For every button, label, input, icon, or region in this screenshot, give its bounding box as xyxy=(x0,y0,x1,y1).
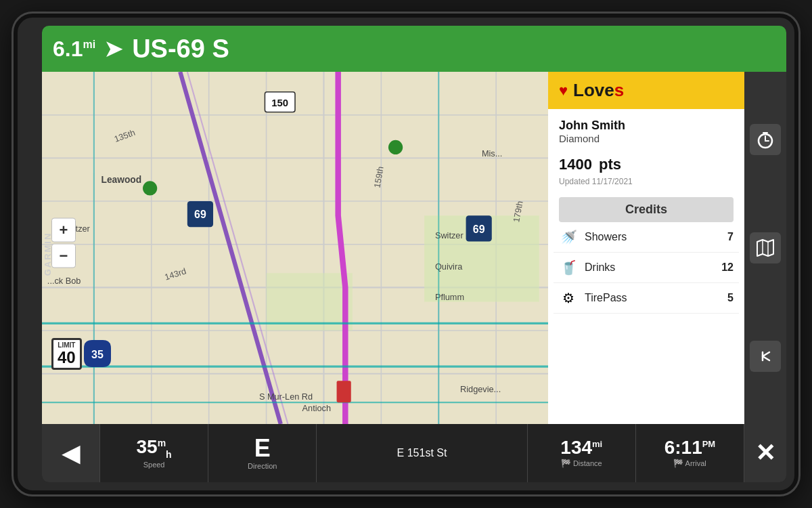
nav-direction-arrow: ➤ xyxy=(104,35,124,63)
svg-text:35: 35 xyxy=(91,349,104,360)
speed-limit-label: LIMIT xyxy=(58,341,76,349)
loves-brand-name: Loves xyxy=(573,80,624,101)
svg-text:69: 69 xyxy=(473,224,485,235)
credit-showers-count: 7 xyxy=(727,231,734,243)
svg-marker-53 xyxy=(757,240,773,256)
svg-text:Pflumm: Pflumm xyxy=(435,292,464,302)
nav-distance: 6.1mi xyxy=(53,37,95,62)
credit-item-showers: 🚿 Showers 7 xyxy=(554,222,739,253)
credit-item-tirepass: ⚙ TirePass 5 xyxy=(554,283,739,314)
nav-header: 6.1mi ➤ US-69 S xyxy=(42,26,786,72)
user-points: 1400 pts xyxy=(559,147,734,175)
back-side-button[interactable] xyxy=(750,341,781,372)
drinks-icon: 🥤 xyxy=(559,259,578,276)
svg-text:Switzer: Switzer xyxy=(435,230,464,240)
svg-text:Leawood: Leawood xyxy=(101,175,141,185)
loves-panel: ♥ Loves John Smith Diamond 1400 pts Upda… xyxy=(548,72,744,424)
screen: 6.1mi ➤ US-69 S xyxy=(42,26,786,482)
credit-tirepass-label: TirePass xyxy=(585,292,721,304)
speed-display: 35mh Speed xyxy=(100,424,208,482)
zoom-in-button[interactable]: + xyxy=(51,218,76,242)
user-tier: Diamond xyxy=(559,133,734,144)
svg-point-27 xyxy=(388,140,403,154)
direction-value: E xyxy=(254,436,271,461)
credit-showers-label: Showers xyxy=(585,231,721,243)
credits-list: 🚿 Showers 7 🥤 Drinks 12 ⚙ TirePass 5 xyxy=(548,222,744,424)
map-svg: 69 69 150 135th 143rd 159th 179th Leawoo… xyxy=(42,72,548,424)
svg-text:...ck Bob: ...ck Bob xyxy=(47,276,81,286)
credit-drinks-label: Drinks xyxy=(585,261,715,274)
svg-rect-17 xyxy=(267,273,353,331)
main-area: 69 69 150 135th 143rd 159th 179th Leawoo… xyxy=(42,72,786,424)
user-info: John Smith Diamond 1400 pts Updated 11/1… xyxy=(548,109,744,190)
close-button[interactable]: ✕ xyxy=(744,424,786,482)
svg-text:150: 150 xyxy=(271,98,288,108)
svg-text:S Mur-Len Rd: S Mur-Len Rd xyxy=(259,391,313,402)
speed-value: 35mh xyxy=(137,438,172,459)
close-icon: ✕ xyxy=(755,439,775,467)
speed-limit-sign: LIMIT 40 xyxy=(51,338,82,370)
svg-point-26 xyxy=(143,181,157,195)
interstate-badge: 35 xyxy=(83,339,112,371)
svg-rect-47 xyxy=(337,381,351,402)
updated-date: Updated 11/17/2021 xyxy=(559,177,734,186)
street-name: E 151st St xyxy=(397,447,447,459)
street-display: E 151st St xyxy=(317,424,527,482)
tirepass-icon: ⚙ xyxy=(559,290,578,306)
loves-heart-icon: ♥ xyxy=(559,82,568,100)
credit-drinks-count: 12 xyxy=(721,261,734,274)
garmin-device: GARMIN 6.1mi ➤ US-69 S xyxy=(14,14,798,494)
credit-item-drinks: 🥤 Drinks 12 xyxy=(554,253,739,283)
distance-display: 134mi 🏁 Distance xyxy=(528,424,636,482)
direction-display: E Direction xyxy=(208,424,317,482)
direction-label: Direction xyxy=(248,462,277,470)
zoom-controls: + − xyxy=(51,218,76,268)
showers-icon: 🚿 xyxy=(559,229,578,245)
map-button[interactable] xyxy=(750,232,781,263)
distance-value: 134mi xyxy=(560,438,602,457)
flag-icon: 🏁 xyxy=(561,459,571,468)
back-arrow-icon: ◀ xyxy=(62,439,81,467)
arrival-value: 6:11PM xyxy=(664,438,716,457)
zoom-out-button[interactable]: − xyxy=(51,244,76,268)
svg-text:Ridgevie...: Ridgevie... xyxy=(460,384,501,394)
user-name: John Smith xyxy=(559,119,734,133)
brand-label: GARMIN xyxy=(43,232,53,276)
distance-label: 🏁 Distance xyxy=(561,459,602,468)
arrival-display: 6:11PM 🏁 Arrival xyxy=(636,424,744,482)
arrival-flag-icon: 🏁 xyxy=(673,459,683,468)
loves-header: ♥ Loves xyxy=(548,72,744,109)
back-button[interactable]: ◀ xyxy=(42,424,100,482)
credit-tirepass-count: 5 xyxy=(727,292,734,304)
speed-label: Speed xyxy=(143,461,165,469)
timer-button[interactable] xyxy=(750,124,781,155)
map-area: 69 69 150 135th 143rd 159th 179th Leawoo… xyxy=(42,72,548,424)
nav-road-name: US-69 S xyxy=(132,35,229,64)
svg-text:Antioch: Antioch xyxy=(302,403,331,413)
svg-text:Mis...: Mis... xyxy=(482,148,502,158)
svg-text:69: 69 xyxy=(194,209,206,220)
side-controls xyxy=(744,72,786,424)
speed-limit-value: 40 xyxy=(58,349,76,366)
credits-section-header: Credits xyxy=(559,197,734,222)
arrival-label: 🏁 Arrival xyxy=(673,459,706,468)
bottom-bar: ◀ 35mh Speed E Direction E 151st St xyxy=(42,424,786,482)
